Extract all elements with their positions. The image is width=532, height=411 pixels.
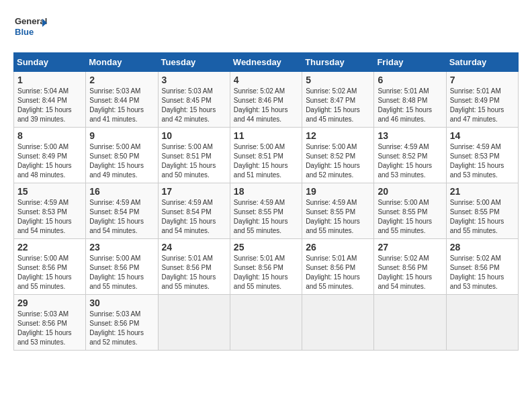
calendar-cell: 26Sunrise: 5:01 AMSunset: 8:56 PMDayligh… — [302, 239, 374, 295]
day-number: 27 — [378, 242, 442, 253]
day-detail: Sunrise: 4:59 AMSunset: 8:54 PMDaylight:… — [162, 198, 226, 236]
day-detail: Sunrise: 5:03 AMSunset: 8:56 PMDaylight:… — [17, 310, 82, 347]
day-number: 11 — [234, 130, 298, 141]
weekday-header-friday: Friday — [374, 53, 446, 72]
calendar-week-row: 1Sunrise: 5:04 AMSunset: 8:44 PMDaylight… — [14, 72, 519, 128]
day-detail: Sunrise: 4:59 AMSunset: 8:53 PMDaylight:… — [17, 198, 82, 236]
weekday-header-wednesday: Wednesday — [230, 53, 302, 72]
weekday-header-sunday: Sunday — [14, 53, 86, 72]
day-detail: Sunrise: 4:59 AMSunset: 8:52 PMDaylight:… — [378, 142, 442, 180]
header: General Blue — [13, 13, 519, 42]
day-detail: Sunrise: 5:02 AMSunset: 8:56 PMDaylight:… — [450, 254, 515, 291]
calendar-cell: 6Sunrise: 5:01 AMSunset: 8:48 PMDaylight… — [374, 72, 446, 128]
calendar-cell: 8Sunrise: 5:00 AMSunset: 8:49 PMDaylight… — [14, 128, 86, 183]
day-number: 30 — [89, 298, 154, 308]
calendar-week-row: 15Sunrise: 4:59 AMSunset: 8:53 PMDayligh… — [14, 183, 519, 239]
day-detail: Sunrise: 4:59 AMSunset: 8:55 PMDaylight:… — [234, 198, 298, 236]
day-number: 12 — [306, 130, 370, 141]
day-number: 19 — [306, 186, 370, 197]
calendar-cell: 29Sunrise: 5:03 AMSunset: 8:56 PMDayligh… — [14, 295, 86, 351]
weekday-header-thursday: Thursday — [302, 53, 374, 72]
calendar-cell: 30Sunrise: 5:03 AMSunset: 8:56 PMDayligh… — [86, 295, 158, 351]
calendar-cell: 22Sunrise: 5:00 AMSunset: 8:56 PMDayligh… — [14, 239, 86, 295]
calendar-cell: 9Sunrise: 5:00 AMSunset: 8:50 PMDaylight… — [86, 128, 158, 183]
day-number: 29 — [17, 298, 82, 308]
day-detail: Sunrise: 5:00 AMSunset: 8:55 PMDaylight:… — [378, 198, 442, 236]
calendar-cell — [230, 295, 302, 351]
calendar-cell: 11Sunrise: 5:00 AMSunset: 8:51 PMDayligh… — [230, 128, 302, 183]
calendar-cell: 21Sunrise: 5:00 AMSunset: 8:55 PMDayligh… — [446, 183, 518, 239]
day-detail: Sunrise: 5:00 AMSunset: 8:56 PMDaylight:… — [17, 254, 82, 291]
day-detail: Sunrise: 5:00 AMSunset: 8:56 PMDaylight:… — [89, 254, 154, 291]
day-detail: Sunrise: 5:02 AMSunset: 8:46 PMDaylight:… — [234, 87, 298, 124]
weekday-header-tuesday: Tuesday — [158, 53, 230, 72]
calendar-cell: 1Sunrise: 5:04 AMSunset: 8:44 PMDaylight… — [14, 72, 86, 128]
calendar-cell: 4Sunrise: 5:02 AMSunset: 8:46 PMDaylight… — [230, 72, 302, 128]
day-detail: Sunrise: 5:00 AMSunset: 8:51 PMDaylight:… — [162, 142, 226, 180]
calendar-week-row: 8Sunrise: 5:00 AMSunset: 8:49 PMDaylight… — [14, 128, 519, 183]
day-number: 1 — [17, 75, 82, 85]
day-detail: Sunrise: 5:03 AMSunset: 8:56 PMDaylight:… — [89, 310, 154, 347]
day-number: 7 — [450, 75, 515, 85]
day-detail: Sunrise: 5:04 AMSunset: 8:44 PMDaylight:… — [17, 87, 82, 124]
day-number: 21 — [450, 186, 515, 197]
day-detail: Sunrise: 5:00 AMSunset: 8:49 PMDaylight:… — [17, 142, 82, 180]
calendar-week-row: 29Sunrise: 5:03 AMSunset: 8:56 PMDayligh… — [14, 295, 519, 351]
weekday-header-monday: Monday — [86, 53, 158, 72]
calendar-cell: 27Sunrise: 5:02 AMSunset: 8:56 PMDayligh… — [374, 239, 446, 295]
day-number: 6 — [378, 75, 442, 85]
day-detail: Sunrise: 5:00 AMSunset: 8:55 PMDaylight:… — [450, 198, 515, 236]
day-detail: Sunrise: 5:02 AMSunset: 8:56 PMDaylight:… — [378, 254, 442, 291]
calendar-cell: 10Sunrise: 5:00 AMSunset: 8:51 PMDayligh… — [158, 128, 230, 183]
svg-text:General: General — [15, 16, 47, 26]
day-detail: Sunrise: 4:59 AMSunset: 8:53 PMDaylight:… — [450, 142, 515, 180]
calendar-cell — [302, 295, 374, 351]
day-number: 2 — [89, 75, 154, 85]
day-number: 5 — [306, 75, 370, 85]
day-number: 14 — [450, 130, 515, 141]
day-detail: Sunrise: 5:00 AMSunset: 8:51 PMDaylight:… — [234, 142, 298, 180]
calendar-cell: 23Sunrise: 5:00 AMSunset: 8:56 PMDayligh… — [86, 239, 158, 295]
day-number: 18 — [234, 186, 298, 197]
day-detail: Sunrise: 5:03 AMSunset: 8:45 PMDaylight:… — [162, 87, 226, 124]
calendar-cell: 25Sunrise: 5:01 AMSunset: 8:56 PMDayligh… — [230, 239, 302, 295]
calendar-cell: 19Sunrise: 4:59 AMSunset: 8:55 PMDayligh… — [302, 183, 374, 239]
day-detail: Sunrise: 5:00 AMSunset: 8:50 PMDaylight:… — [89, 142, 154, 180]
calendar-cell: 15Sunrise: 4:59 AMSunset: 8:53 PMDayligh… — [14, 183, 86, 239]
calendar-cell: 3Sunrise: 5:03 AMSunset: 8:45 PMDaylight… — [158, 72, 230, 128]
day-detail: Sunrise: 5:01 AMSunset: 8:56 PMDaylight:… — [234, 254, 298, 291]
day-detail: Sunrise: 5:01 AMSunset: 8:49 PMDaylight:… — [450, 87, 515, 124]
day-number: 9 — [89, 130, 154, 141]
day-number: 8 — [17, 130, 82, 141]
calendar-cell: 17Sunrise: 4:59 AMSunset: 8:54 PMDayligh… — [158, 183, 230, 239]
day-number: 22 — [17, 242, 82, 253]
weekday-header-row: SundayMondayTuesdayWednesdayThursdayFrid… — [14, 53, 519, 72]
calendar-table: SundayMondayTuesdayWednesdayThursdayFrid… — [13, 52, 519, 351]
calendar-cell: 24Sunrise: 5:01 AMSunset: 8:56 PMDayligh… — [158, 239, 230, 295]
calendar-cell: 5Sunrise: 5:02 AMSunset: 8:47 PMDaylight… — [302, 72, 374, 128]
calendar-cell — [374, 295, 446, 351]
day-number: 15 — [17, 186, 82, 197]
calendar-cell: 14Sunrise: 4:59 AMSunset: 8:53 PMDayligh… — [446, 128, 518, 183]
svg-text:Blue: Blue — [15, 27, 34, 37]
calendar-week-row: 22Sunrise: 5:00 AMSunset: 8:56 PMDayligh… — [14, 239, 519, 295]
logo-icon: General Blue — [13, 13, 47, 42]
calendar-cell: 18Sunrise: 4:59 AMSunset: 8:55 PMDayligh… — [230, 183, 302, 239]
weekday-header-saturday: Saturday — [446, 53, 518, 72]
calendar-cell — [446, 295, 518, 351]
day-detail: Sunrise: 5:02 AMSunset: 8:47 PMDaylight:… — [306, 87, 370, 124]
day-number: 25 — [234, 242, 298, 253]
calendar-cell: 28Sunrise: 5:02 AMSunset: 8:56 PMDayligh… — [446, 239, 518, 295]
day-number: 24 — [162, 242, 226, 253]
calendar-cell: 16Sunrise: 4:59 AMSunset: 8:54 PMDayligh… — [86, 183, 158, 239]
day-number: 16 — [89, 186, 154, 197]
day-number: 10 — [162, 130, 226, 141]
day-number: 28 — [450, 242, 515, 253]
day-number: 3 — [162, 75, 226, 85]
day-number: 13 — [378, 130, 442, 141]
day-detail: Sunrise: 5:01 AMSunset: 8:56 PMDaylight:… — [306, 254, 370, 291]
calendar-cell: 13Sunrise: 4:59 AMSunset: 8:52 PMDayligh… — [374, 128, 446, 183]
day-detail: Sunrise: 5:01 AMSunset: 8:56 PMDaylight:… — [162, 254, 226, 291]
day-number: 4 — [234, 75, 298, 85]
day-number: 20 — [378, 186, 442, 197]
